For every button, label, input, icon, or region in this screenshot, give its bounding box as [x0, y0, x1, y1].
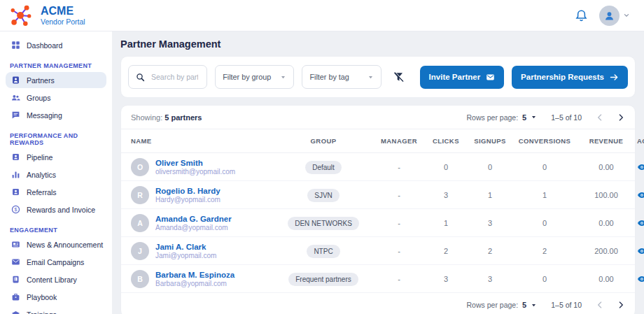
showing-count: Showing:5 partners [131, 113, 202, 122]
sidebar-item-groups[interactable]: Groups [6, 90, 106, 106]
page-title: Partner Management [120, 38, 636, 50]
conversions-value: 1 [514, 191, 575, 199]
sidebar-item-news[interactable]: News & Announcement [6, 236, 106, 252]
partner-avatar: A [131, 214, 149, 232]
revenue-value: 100.00 [575, 191, 637, 199]
news-icon [11, 240, 20, 249]
revenue-value: 200.00 [575, 247, 637, 255]
page-range: 1–5 of 10 [551, 301, 582, 309]
pagination-bottom: Rows per page: 5 1–5 of 10 [467, 301, 625, 309]
filter-group-label: Filter by group [223, 73, 271, 81]
partnership-requests-label: Partnership Requests [521, 73, 604, 81]
rows-per-page-select[interactable]: Rows per page: 5 [467, 113, 538, 122]
table-header-row: NAMEGROUPMANAGERCLICKSSIGNUPSCONVERSIONS… [121, 129, 635, 153]
sidebar-item-analytics[interactable]: Analytics [6, 166, 106, 183]
sidebar-item-label: Messaging [27, 111, 62, 120]
group-pill: Default [305, 161, 342, 174]
partner-name-link[interactable]: Amanda G. Gardner [155, 215, 232, 223]
messaging-icon [11, 110, 20, 120]
table-row: OOliver Smitholiversmith@yopmail.comDefa… [121, 153, 635, 181]
partner-email: Amanda@yopmail.com [155, 224, 232, 231]
conversions-value: 2 [514, 247, 575, 255]
column-header-conversions: CONVERSIONS [514, 137, 575, 145]
manager-value: - [372, 219, 426, 227]
sidebar: DashboardPARTNER MANAGEMENTPartnersGroup… [0, 31, 112, 314]
conversions-value: 0 [514, 275, 575, 283]
sidebar-item-rewards[interactable]: $Rewards and Invoice [6, 201, 106, 217]
sidebar-item-playbook[interactable]: Playbook [6, 289, 106, 305]
invite-partner-button[interactable]: Invite Partner [420, 66, 505, 89]
signups-value: 3 [466, 219, 514, 227]
view-partner-icon[interactable] [637, 274, 644, 284]
acme-logo-icon [8, 3, 34, 28]
svg-text:$: $ [15, 207, 18, 212]
partner-name-link[interactable]: Jami A. Clark [155, 243, 216, 251]
sidebar-item-label: Analytics [27, 171, 56, 179]
group-pill: SJVN [307, 189, 340, 202]
sidebar-item-dashboard[interactable]: Dashboard [6, 37, 106, 53]
page-range: 1–5 of 10 [551, 113, 582, 122]
partnership-requests-button[interactable]: Partnership Requests [512, 66, 628, 89]
revenue-value: 0.00 [575, 275, 637, 283]
view-partner-icon[interactable] [637, 246, 644, 256]
sidebar-item-trainings[interactable]: Trainings [6, 306, 106, 314]
conversions-value: 0 [514, 219, 575, 227]
sidebar-item-referrals[interactable]: Referrals [6, 184, 106, 200]
rows-per-page-select[interactable]: Rows per page: 5 [467, 301, 538, 309]
revenue-value: 0.00 [575, 219, 637, 227]
sidebar-item-partners[interactable]: Partners [6, 72, 106, 88]
content-library-icon [11, 275, 20, 284]
manager-value: - [372, 275, 426, 283]
rows-per-page-value: 5 [522, 301, 526, 309]
partner-name-link[interactable]: Rogelio B. Hardy [155, 187, 220, 195]
caret-down-icon [280, 74, 286, 80]
column-header-signups: SIGNUPS [466, 137, 514, 145]
view-partner-icon[interactable] [637, 162, 644, 172]
sidebar-item-label: Referrals [27, 188, 57, 197]
clear-filters-icon[interactable] [393, 71, 405, 83]
clicks-value: 3 [426, 191, 466, 199]
view-partner-icon[interactable] [637, 190, 644, 200]
sidebar-item-label: Trainings [27, 311, 57, 314]
rows-per-page-label: Rows per page: [467, 301, 519, 309]
sidebar-item-messaging[interactable]: Messaging [6, 107, 106, 123]
partner-name-link[interactable]: Barbara M. Espinoza [155, 271, 234, 279]
search-input[interactable] [150, 72, 200, 82]
sidebar-item-pipeline[interactable]: Pipeline [6, 149, 106, 165]
rewards-icon: $ [11, 205, 20, 214]
sidebar-item-content-library[interactable]: Content Library [6, 271, 106, 287]
sidebar-nav: DashboardPARTNER MANAGEMENTPartnersGroup… [0, 37, 112, 314]
header-actions [575, 6, 630, 26]
sidebar-section-title: PERFORMANCE AND REWARDS [10, 132, 102, 146]
partner-email: oliversmith@yopmail.com [155, 168, 235, 176]
column-header-name: NAME [131, 137, 274, 145]
revenue-value: 0.00 [575, 163, 637, 171]
table-top-bar: Showing:5 partners Rows per page: 5 1–5 … [121, 106, 635, 129]
previous-page-button[interactable] [596, 113, 604, 122]
view-partner-icon[interactable] [637, 218, 644, 228]
brand-subtitle: Vendor Portal [41, 17, 85, 26]
pagination-top: Rows per page: 5 1–5 of 10 [467, 113, 625, 122]
row-actions [637, 246, 644, 256]
next-page-button[interactable] [617, 301, 625, 309]
user-menu[interactable] [599, 6, 630, 26]
previous-page-button[interactable] [596, 301, 604, 309]
partner-name-cell: BBarbara M. EspinozaBarbara@yopmail.com [131, 270, 274, 288]
clicks-value: 3 [426, 275, 466, 283]
sidebar-item-label: Email Campaigns [27, 258, 84, 266]
partner-search [128, 65, 207, 89]
partner-name-cell: JJami A. ClarkJami@yopmail.com [131, 242, 274, 260]
dashboard-icon [11, 41, 20, 50]
filter-by-tag-select[interactable]: Filter by tag [302, 65, 381, 89]
user-avatar [599, 6, 620, 26]
sidebar-item-email[interactable]: Email Campaigns [6, 254, 106, 270]
partner-name-link[interactable]: Oliver Smith [155, 159, 235, 167]
sidebar-item-label: Groups [27, 94, 50, 102]
sidebar-item-label: Playbook [27, 293, 57, 301]
filter-by-group-select[interactable]: Filter by group [215, 65, 294, 89]
partner-email: Hardy@yopmail.com [155, 196, 220, 204]
partner-email: Barbara@yopmail.com [155, 280, 234, 287]
next-page-button[interactable] [617, 113, 625, 122]
envelope-icon [486, 73, 495, 82]
notifications-bell-icon[interactable] [575, 9, 588, 22]
